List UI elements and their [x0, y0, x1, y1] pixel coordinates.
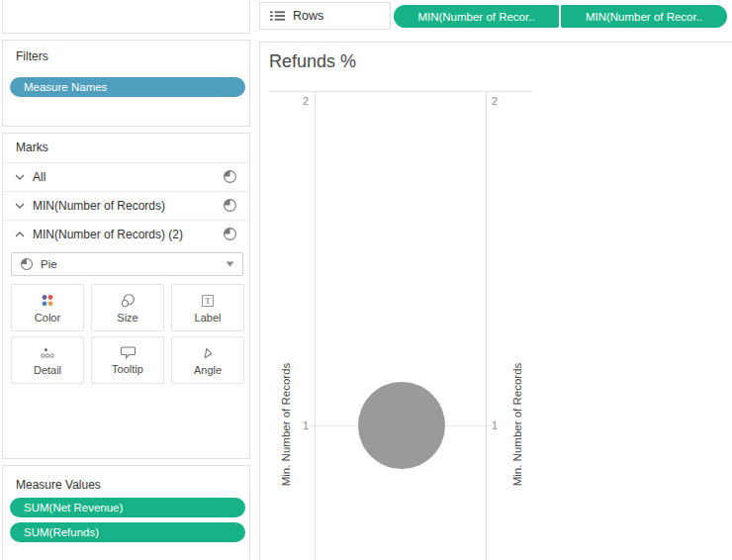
filter-pill-measure-names[interactable]: Measure Names — [10, 77, 245, 97]
button-label: Label — [195, 312, 222, 324]
filters-title: Filters — [16, 49, 48, 63]
detail-dots-icon — [40, 345, 55, 361]
button-label: Detail — [34, 364, 61, 376]
marks-row-label: MIN(Number of Records) (2) — [33, 228, 223, 241]
marks-row-label: All — [33, 170, 223, 184]
left-tick-dash — [310, 425, 315, 426]
right-axis-line — [486, 92, 487, 560]
marks-row-min-records-1[interactable]: MIN(Number of Records) — [3, 191, 249, 220]
measure-values-card: Measure Values SUM(Net Revenue) SUM(Refu… — [2, 465, 250, 560]
tooltip-bubble-icon — [120, 345, 137, 360]
label-t-icon: T — [200, 293, 216, 309]
pie-mark-icon — [223, 169, 237, 184]
mark-type-selected: Pie — [41, 258, 226, 270]
pane-top-border — [269, 91, 532, 92]
rows-shelf[interactable]: Rows — [259, 2, 391, 30]
size-circles-icon — [120, 293, 136, 309]
mark-type-dropdown[interactable]: Pie — [11, 252, 243, 276]
marks-row-all[interactable]: All — [3, 162, 249, 191]
rows-pill-min-records-2[interactable]: MIN(Number of Recor.. — [561, 5, 727, 28]
marks-row-label: MIN(Number of Records) — [33, 199, 223, 213]
worksheet-left-border — [259, 42, 260, 560]
marks-buttons: Color Size T Label — [11, 284, 244, 384]
detail-button[interactable]: Detail — [11, 336, 84, 384]
left-axis-line — [315, 92, 316, 560]
measure-values-title: Measure Values — [16, 478, 101, 492]
tableau-worksheet-window: Filters Measure Names Marks All MIN(Numb… — [0, 0, 732, 560]
measure-pill-net-revenue[interactable]: SUM(Net Revenue) — [10, 498, 245, 517]
chevron-down-icon[interactable] — [15, 203, 25, 209]
marks-title: Marks — [16, 140, 48, 154]
color-button[interactable]: Color — [11, 284, 84, 331]
pie-mark-icon — [223, 227, 237, 241]
filters-card: Filters Measure Names — [2, 40, 250, 127]
caret-down-icon — [226, 261, 234, 267]
chevron-up-icon[interactable] — [15, 232, 25, 237]
chevron-down-icon[interactable] — [15, 174, 25, 180]
empty-shelf-card — [2, 0, 250, 34]
color-dots-icon — [40, 293, 55, 309]
right-axis-tick-2: 2 — [492, 95, 515, 107]
button-label: Tooltip — [112, 363, 143, 375]
angle-button[interactable]: Angle — [171, 336, 244, 384]
svg-text:T: T — [205, 296, 211, 306]
rows-pill-min-records-1[interactable]: MIN(Number of Recor.. — [394, 5, 559, 28]
button-label: Color — [35, 312, 60, 324]
chart-title[interactable]: Refunds % — [269, 51, 356, 72]
label-button[interactable]: T Label — [171, 284, 244, 331]
worksheet-top-border — [259, 42, 732, 43]
left-axis-tick-2: 2 — [285, 95, 309, 107]
tooltip-button[interactable]: Tooltip — [91, 336, 164, 384]
left-axis-title[interactable]: Min. Number of Records — [280, 363, 292, 487]
button-label: Size — [117, 312, 137, 324]
pie-mark-icon — [20, 257, 34, 271]
pie-mark-icon — [223, 198, 237, 213]
marks-row-min-records-2[interactable]: MIN(Number of Records) (2) — [3, 220, 249, 248]
button-label: Angle — [194, 364, 222, 376]
rows-icon — [270, 10, 285, 22]
right-axis-title[interactable]: Min. Number of Records — [511, 363, 523, 487]
measure-pill-refunds[interactable]: SUM(Refunds) — [10, 522, 245, 542]
pie-mark-circle[interactable] — [358, 382, 445, 469]
marks-card: Marks All MIN(Number of Records) — [2, 133, 250, 459]
size-button[interactable]: Size — [91, 284, 164, 331]
angle-triangle-icon — [200, 345, 216, 361]
rows-shelf-label: Rows — [293, 9, 323, 23]
